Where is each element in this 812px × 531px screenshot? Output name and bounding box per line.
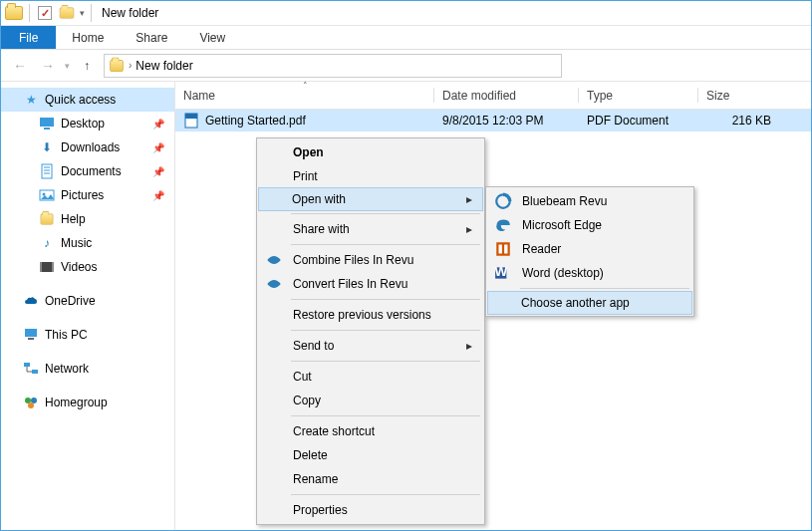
chevron-right-icon: ▸	[466, 222, 472, 236]
sidebar-quick-access[interactable]: ★ Quick access	[1, 88, 174, 112]
back-button[interactable]: ←	[9, 55, 31, 77]
openwith-word[interactable]: WWord (desktop)	[488, 261, 691, 285]
openwith-bluebeam[interactable]: Bluebeam Revu	[488, 189, 691, 213]
ctx-cut[interactable]: Cut	[259, 365, 482, 389]
sidebar-item-documents[interactable]: Documents 📌	[1, 159, 174, 183]
word-icon: W	[494, 264, 512, 282]
svg-rect-8	[40, 262, 54, 272]
revu-icon	[265, 251, 283, 269]
folder-small-icon[interactable]	[58, 4, 76, 22]
file-type: PDF Document	[579, 110, 698, 132]
open-with-submenu: Bluebeam Revu Microsoft Edge Reader WWor…	[485, 186, 694, 317]
homegroup-icon	[23, 395, 39, 410]
svg-rect-21	[496, 242, 510, 256]
sidebar-item-pictures[interactable]: Pictures 📌	[1, 183, 174, 207]
openwith-reader[interactable]: Reader	[488, 237, 691, 261]
openwith-choose[interactable]: Choose another app	[487, 291, 692, 315]
ctx-open[interactable]: Open	[259, 140, 482, 164]
documents-icon	[39, 163, 55, 179]
window-title: New folder	[102, 6, 158, 20]
tab-home[interactable]: Home	[56, 26, 120, 49]
ctx-delete[interactable]: Delete	[259, 443, 482, 467]
sort-asc-icon: ˄	[303, 81, 308, 91]
ctx-properties[interactable]: Properties	[259, 498, 482, 522]
folder-icon	[39, 211, 55, 227]
context-menu: Open Print Open with▸ Share with▸ Combin…	[256, 137, 485, 525]
ctx-send-to[interactable]: Send to▸	[259, 334, 482, 358]
sidebar-item-desktop[interactable]: Desktop 📌	[1, 112, 174, 135]
tab-share[interactable]: Share	[120, 26, 183, 49]
ctx-open-with[interactable]: Open with▸	[258, 187, 483, 211]
breadcrumb-current[interactable]: New folder	[135, 59, 192, 73]
column-headers: Name ˄ Date modified Type Size	[175, 82, 811, 110]
svg-point-15	[25, 398, 31, 403]
chevron-right-icon: ▸	[466, 192, 472, 206]
svg-rect-2	[42, 164, 52, 178]
up-button[interactable]: ↑	[76, 55, 98, 77]
ctx-copy[interactable]: Copy	[259, 389, 482, 412]
svg-rect-22	[499, 245, 502, 254]
sidebar-onedrive[interactable]: OneDrive	[1, 289, 174, 313]
navigation-pane: ★ Quick access Desktop 📌 ⬇ Downloads 📌 D…	[1, 82, 175, 530]
tab-view[interactable]: View	[183, 26, 241, 49]
sidebar-item-help[interactable]: Help	[1, 207, 174, 231]
sidebar-thispc[interactable]: This PC	[1, 323, 174, 347]
file-size: 216 KB	[698, 110, 811, 132]
onedrive-icon	[23, 293, 39, 309]
revu-icon	[265, 275, 283, 293]
file-name: Getting Started.pdf	[205, 114, 306, 128]
tab-file[interactable]: File	[1, 26, 56, 49]
svg-rect-23	[504, 245, 507, 254]
svg-text:W: W	[494, 264, 507, 279]
thispc-icon	[23, 327, 39, 343]
pin-icon: 📌	[152, 190, 164, 201]
chevron-right-icon[interactable]: ›	[129, 60, 132, 71]
sidebar-homegroup[interactable]: Homegroup	[1, 391, 174, 414]
videos-icon	[39, 259, 55, 275]
ctx-share-with[interactable]: Share with▸	[259, 217, 482, 241]
desktop-icon	[39, 116, 55, 132]
qat-dropdown-icon[interactable]: ▾	[80, 8, 85, 18]
file-row[interactable]: Getting Started.pdf 9/8/2015 12:03 PM PD…	[175, 110, 811, 132]
svg-rect-0	[40, 118, 54, 127]
ctx-rename[interactable]: Rename	[259, 467, 482, 491]
svg-rect-9	[40, 262, 42, 272]
openwith-edge[interactable]: Microsoft Edge	[488, 213, 691, 237]
file-date: 9/8/2015 12:03 PM	[434, 110, 579, 132]
reader-icon	[494, 240, 512, 258]
download-icon: ⬇	[39, 139, 55, 155]
music-icon: ♪	[39, 235, 55, 251]
svg-rect-1	[44, 128, 50, 130]
svg-rect-10	[52, 262, 54, 272]
ctx-convert-revu[interactable]: Convert Files In Revu	[259, 272, 482, 296]
checked-icon[interactable]	[36, 4, 54, 22]
pin-icon: 📌	[152, 166, 164, 177]
sidebar-item-music[interactable]: ♪ Music	[1, 231, 174, 255]
ribbon-tabs: File Home Share View	[1, 26, 811, 50]
bluebeam-icon	[494, 192, 512, 210]
column-size[interactable]: Size	[698, 82, 811, 109]
ctx-restore[interactable]: Restore previous versions	[259, 303, 482, 327]
forward-button[interactable]: →	[37, 55, 59, 77]
sidebar-item-videos[interactable]: Videos	[1, 255, 174, 279]
folder-icon	[5, 4, 23, 22]
edge-icon	[494, 216, 512, 234]
ctx-print[interactable]: Print	[259, 164, 482, 188]
address-bar: ← → ▾ ↑ › New folder	[1, 50, 811, 82]
pictures-icon	[39, 187, 55, 203]
star-icon: ★	[23, 92, 39, 108]
sidebar-network[interactable]: Network	[1, 357, 174, 381]
ctx-shortcut[interactable]: Create shortcut	[259, 419, 482, 443]
column-name[interactable]: Name ˄	[175, 82, 434, 109]
column-date[interactable]: Date modified	[434, 82, 579, 109]
pdf-icon	[183, 113, 199, 129]
breadcrumb[interactable]: › New folder	[104, 54, 562, 78]
pin-icon: 📌	[152, 142, 164, 153]
svg-rect-13	[24, 363, 30, 367]
history-dropdown-icon[interactable]: ▾	[65, 61, 70, 71]
ctx-combine-revu[interactable]: Combine Files In Revu	[259, 248, 482, 272]
svg-point-16	[31, 398, 37, 403]
column-type[interactable]: Type	[579, 82, 698, 109]
network-icon	[23, 361, 39, 377]
sidebar-item-downloads[interactable]: ⬇ Downloads 📌	[1, 135, 174, 159]
